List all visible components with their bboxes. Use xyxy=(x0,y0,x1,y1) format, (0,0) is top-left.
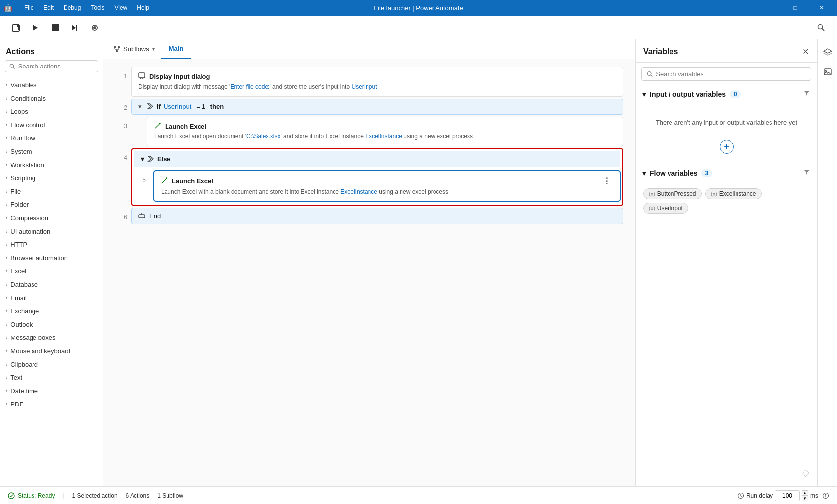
sidebar-item-mouse-and-keyboard[interactable]: ›Mouse and keyboard xyxy=(0,344,103,358)
sidebar-item-excel[interactable]: ›Excel xyxy=(0,265,103,278)
status-check-icon xyxy=(8,492,15,499)
io-filter-icon[interactable] xyxy=(804,90,810,98)
search-variables-input[interactable] xyxy=(656,70,806,78)
layers-icon-button[interactable] xyxy=(819,43,837,61)
sidebar-item-message-boxes[interactable]: ›Message boxes xyxy=(0,331,103,344)
sidebar-item-run-flow[interactable]: ›Run flow xyxy=(0,132,103,145)
var-chip-buttonpressed[interactable]: (x) ButtonPressed xyxy=(643,188,702,199)
run-delay-increment[interactable]: ▲ xyxy=(802,490,808,496)
sidebar-item-database[interactable]: ›Database xyxy=(0,278,103,291)
record-button[interactable] xyxy=(87,20,102,35)
chevron-icon: › xyxy=(6,189,7,194)
io-empty-text: There aren't any input or output variabl… xyxy=(643,109,809,136)
flow-collapse-icon: ▾ xyxy=(642,169,646,177)
variables-panel: Variables ✕ ▾ Input / output variables 0 xyxy=(635,39,817,486)
run-delay-input[interactable] xyxy=(775,490,800,501)
add-io-variable-button[interactable]: + xyxy=(720,140,734,154)
sidebar-item-text[interactable]: ›Text xyxy=(0,371,103,384)
chevron-icon: › xyxy=(6,295,7,301)
svg-rect-14 xyxy=(139,73,145,78)
svg-rect-0 xyxy=(52,24,59,31)
search-actions-input[interactable] xyxy=(18,63,94,70)
chevron-icon: › xyxy=(6,282,7,287)
diamond-icon: ◇ xyxy=(802,467,809,478)
save-button[interactable] xyxy=(8,20,24,35)
svg-line-4 xyxy=(822,28,825,31)
sidebar-item-flow-control[interactable]: ›Flow control xyxy=(0,118,103,132)
minimize-button[interactable]: ─ xyxy=(757,0,780,16)
maximize-button[interactable]: □ xyxy=(784,0,806,16)
var-section-flow-header[interactable]: ▾ Flow variables 3 xyxy=(636,164,817,182)
close-button[interactable]: ✕ xyxy=(810,0,833,16)
sidebar-item-loops[interactable]: ›Loops xyxy=(0,105,103,118)
sidebar-item-workstation[interactable]: ›Workstation xyxy=(0,158,103,171)
sidebar-item-variables[interactable]: ›Variables xyxy=(0,78,103,92)
clock-icon xyxy=(737,492,744,499)
if-block[interactable]: ▾ If UserInput = 1 then xyxy=(131,99,623,115)
sidebar-item-compression[interactable]: ›Compression xyxy=(0,211,103,225)
menu-edit[interactable]: Edit xyxy=(39,3,58,12)
sidebar-item-ui-automation[interactable]: ›UI automation xyxy=(0,225,103,238)
sidebar-item-scripting[interactable]: ›Scripting xyxy=(0,171,103,185)
else-outer-block: ▾ Else 5 xyxy=(131,148,623,206)
sidebar-item-http[interactable]: ›HTTP xyxy=(0,238,103,251)
stop-button[interactable] xyxy=(47,20,63,35)
search-variables-box[interactable] xyxy=(641,67,811,81)
sidebar-item-file[interactable]: ›File xyxy=(0,185,103,198)
else-collapse-icon[interactable]: ▾ xyxy=(141,155,144,163)
step-desc-3: Launch Excel and open document 'C:\Sales… xyxy=(154,133,616,141)
if-icon xyxy=(147,103,154,110)
sidebar-item-browser-automation[interactable]: ›Browser automation xyxy=(0,251,103,265)
step-card-3[interactable]: Launch Excel Launch Excel and open docum… xyxy=(147,117,623,146)
sidebar-item-conditionals[interactable]: ›Conditionals xyxy=(0,92,103,105)
next-step-button[interactable] xyxy=(67,20,83,35)
run-delay-unit: ms xyxy=(810,492,818,499)
sidebar-item-email[interactable]: ›Email xyxy=(0,291,103,304)
menu-view[interactable]: View xyxy=(110,3,131,12)
chevron-icon: › xyxy=(6,82,7,88)
chevron-icon: › xyxy=(6,269,7,274)
search-button[interactable] xyxy=(813,20,829,35)
tab-main[interactable]: Main xyxy=(161,39,192,59)
step-card-1[interactable]: Display input dialog Display input dialo… xyxy=(131,67,623,97)
chevron-icon: › xyxy=(6,215,7,221)
info-icon[interactable] xyxy=(822,492,829,499)
toolbar xyxy=(0,16,837,39)
step-card-5[interactable]: Launch Excel ⋮ Launch Excel with a blank… xyxy=(154,171,620,202)
image-icon-button[interactable] xyxy=(819,63,837,81)
step-number-3: 3 xyxy=(115,117,127,130)
search-actions-box[interactable] xyxy=(5,60,98,72)
run-button[interactable] xyxy=(28,20,43,35)
step-title-1: Display input dialog xyxy=(138,72,616,81)
flow-filter-icon[interactable] xyxy=(804,169,810,177)
step-options-button[interactable]: ⋮ xyxy=(601,176,613,186)
else-header[interactable]: ▾ Else xyxy=(134,151,620,167)
sidebar-item-pdf[interactable]: ›PDF xyxy=(0,398,103,411)
sidebar-item-outlook[interactable]: ›Outlook xyxy=(0,318,103,331)
excel-launch-icon xyxy=(154,122,161,131)
flow-count-badge: 3 xyxy=(701,169,712,177)
collapse-icon[interactable]: ▾ xyxy=(138,103,142,110)
variables-close-button[interactable]: ✕ xyxy=(802,46,809,57)
sidebar-item-folder[interactable]: ›Folder xyxy=(0,198,103,211)
chevron-icon: › xyxy=(6,109,7,114)
sidebar-item-datetime[interactable]: ›Date time xyxy=(0,384,103,398)
sidebar-item-exchange[interactable]: ›Exchange xyxy=(0,304,103,318)
menu-help[interactable]: Help xyxy=(133,3,153,12)
sidebar-item-system[interactable]: ›System xyxy=(0,145,103,158)
chevron-icon: › xyxy=(6,149,7,154)
menu-file[interactable]: File xyxy=(20,3,37,12)
var-section-io-header[interactable]: ▾ Input / output variables 0 xyxy=(636,85,817,103)
end-block[interactable]: End xyxy=(131,208,623,224)
menu-debug[interactable]: Debug xyxy=(60,3,85,12)
var-chip-excelinstance[interactable]: (x) ExcelInstance xyxy=(705,188,762,199)
run-delay-decrement[interactable]: ▼ xyxy=(802,496,808,501)
subflows-button[interactable]: Subflows ▾ xyxy=(107,39,161,59)
menu-tools[interactable]: Tools xyxy=(87,3,108,12)
sidebar-item-clipboard[interactable]: ›Clipboard xyxy=(0,358,103,371)
io-collapse-icon: ▾ xyxy=(642,90,646,98)
var-chip-userinput[interactable]: (x) UserInput xyxy=(643,203,688,214)
step-desc-1: Display input dialog with message 'Enter… xyxy=(138,83,616,91)
chevron-icon: › xyxy=(6,255,7,261)
var-section-flow: ▾ Flow variables 3 (x) ButtonPressed (x)… xyxy=(636,164,817,220)
